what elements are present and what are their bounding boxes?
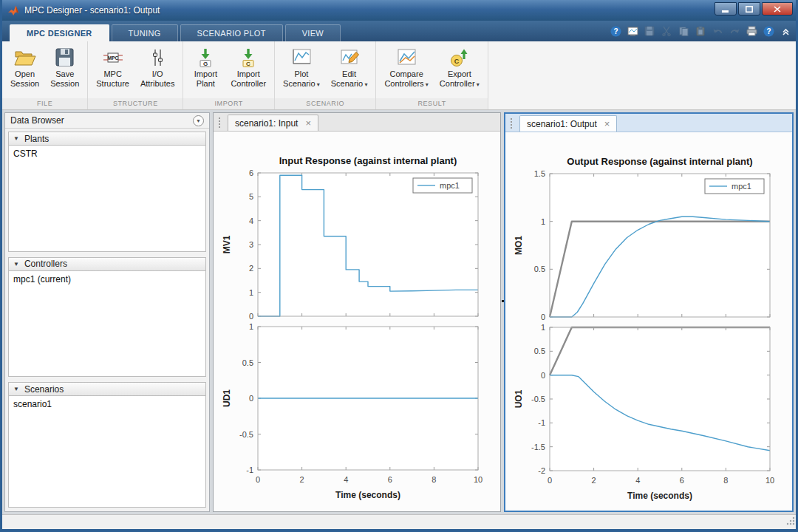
help-2-icon[interactable]: ? — [763, 25, 774, 37]
edit-scenario-icon — [338, 45, 361, 69]
close-icon[interactable]: × — [604, 119, 610, 129]
maximize-button[interactable] — [738, 2, 760, 16]
save-session-button[interactable]: SaveSession — [46, 44, 83, 98]
compare-controllers-button[interactable]: CompareControllers ▾ — [380, 44, 432, 98]
collapse-ribbon-icon[interactable] — [780, 25, 791, 37]
title-bar: MPC Designer - scenario1: Output — [2, 0, 796, 21]
import-plant-icon: G — [194, 45, 216, 69]
copy-icon[interactable] — [678, 25, 689, 37]
redo-icon[interactable] — [729, 25, 740, 37]
svg-text:Time (seconds): Time (seconds) — [335, 490, 400, 500]
import-controller-icon: C — [237, 45, 259, 69]
plot-scenario-icon — [290, 45, 313, 69]
export-controller-button[interactable]: CExportController ▾ — [435, 44, 484, 98]
ribbon-group-import: GImportPlantCImportControllerIMPORT — [183, 41, 275, 109]
svg-text:0: 0 — [548, 476, 552, 485]
svg-text:UD1: UD1 — [222, 389, 232, 407]
ribbon-tab-tuning[interactable]: TUNING — [112, 24, 178, 41]
section-header-plants[interactable]: ▼Plants — [8, 132, 206, 146]
dock-gripper[interactable] — [510, 117, 514, 129]
save-big-icon — [54, 45, 76, 69]
status-bar — [2, 514, 796, 529]
export-controller-icon: C — [449, 45, 471, 69]
svg-text:5: 5 — [249, 192, 253, 201]
list-item[interactable]: mpc1 (current) — [9, 273, 205, 286]
section-list-plants: CSTR — [8, 146, 206, 252]
data-browser-header: Data Browser ▼ — [5, 113, 209, 129]
svg-text:8: 8 — [432, 475, 436, 484]
section-header-scenarios[interactable]: ▼Scenarios — [8, 382, 206, 396]
svg-text:-0.5: -0.5 — [531, 395, 545, 403]
edit-scenario-button[interactable]: EditScenario ▾ — [327, 44, 372, 98]
panel-menu-icon[interactable]: ▼ — [193, 115, 204, 126]
ribbon-group-result: CompareControllers ▾CExportController ▾R… — [376, 41, 488, 109]
document-tab[interactable]: scenario1: Output× — [519, 115, 617, 132]
document-panel-input: scenario1: Input×Input Response (against… — [213, 112, 501, 512]
paste-icon[interactable] — [695, 25, 706, 37]
svg-text:1: 1 — [541, 323, 545, 332]
svg-text:1: 1 — [249, 322, 253, 331]
document-content: Input Response (against internal plant)0… — [214, 132, 500, 511]
document-area: scenario1: Input×Input Response (against… — [213, 112, 794, 512]
resize-grip[interactable] — [786, 515, 795, 528]
svg-text:-1: -1 — [538, 418, 545, 427]
ribbon-tab-strip: MPC DESIGNERTUNINGSCENARIO PLOTVIEW ?? — [2, 21, 796, 41]
list-item[interactable]: scenario1 — [9, 398, 205, 411]
list-item[interactable]: CSTR — [9, 147, 205, 160]
matlab-icon — [7, 4, 19, 16]
svg-text:0.5: 0.5 — [534, 265, 545, 273]
dropdown-arrow-icon: ▾ — [424, 81, 429, 88]
minimize-button[interactable] — [715, 2, 737, 16]
quick-access-toolbar: ?? — [610, 25, 791, 41]
svg-text:Input Response (against intern: Input Response (against internal plant) — [279, 155, 457, 166]
close-icon[interactable]: × — [305, 118, 311, 128]
ribbon-group-label: STRUCTURE — [88, 98, 183, 109]
mpc-structure-icon: MPC — [102, 45, 124, 69]
close-button[interactable] — [762, 2, 793, 16]
svg-text:3: 3 — [249, 240, 253, 249]
dropdown-arrow-icon: ▾ — [475, 81, 480, 88]
section-scenarios: ▼Scenariosscenario1 — [8, 382, 206, 508]
svg-text:UO1: UO1 — [514, 389, 524, 408]
collapse-triangle-icon: ▼ — [13, 261, 19, 267]
ribbon-tab-mpc-designer[interactable]: MPC DESIGNER — [10, 24, 109, 41]
open-session-button[interactable]: OpenSession — [6, 44, 44, 98]
help-icon[interactable]: ? — [610, 25, 621, 37]
svg-text:0: 0 — [249, 394, 253, 403]
svg-text:-0.5: -0.5 — [239, 430, 253, 439]
section-header-controllers[interactable]: ▼Controllers — [8, 257, 206, 271]
document-tab[interactable]: scenario1: Input× — [228, 115, 318, 131]
ribbon-tab-scenario-plot[interactable]: SCENARIO PLOT — [180, 24, 283, 41]
mpc-structure-button[interactable]: MPCMPCStructure — [92, 44, 134, 98]
folder-open-icon — [14, 45, 36, 69]
svg-text:0: 0 — [541, 313, 545, 321]
undo-icon[interactable] — [712, 25, 723, 37]
document-tab-bar: scenario1: Output× — [505, 114, 792, 132]
document-content: Output Response (against internal plant)… — [505, 132, 792, 511]
compare-controllers-icon — [395, 45, 417, 69]
io-attributes-icon — [146, 45, 168, 69]
section-controllers: ▼Controllersmpc1 (current) — [8, 257, 206, 383]
svg-text:1: 1 — [249, 288, 253, 297]
svg-text:-1: -1 — [246, 466, 253, 474]
plot-scenario-button[interactable]: PlotScenario ▾ — [279, 44, 324, 98]
svg-text:Time (seconds): Time (seconds) — [627, 491, 692, 501]
print-icon[interactable] — [746, 25, 757, 37]
snapshot-icon[interactable] — [627, 25, 638, 37]
dropdown-arrow-icon: ▾ — [363, 81, 367, 88]
cut-icon[interactable] — [661, 25, 672, 37]
input-response-chart: Input Response (against internal plant)0… — [216, 134, 497, 504]
svg-text:0.5: 0.5 — [534, 347, 545, 355]
save-icon[interactable] — [644, 25, 655, 37]
svg-text:G: G — [203, 61, 208, 67]
io-attributes-button[interactable]: I/OAttributes — [136, 44, 179, 98]
data-browser-panel: Data Browser ▼ ▼PlantsCSTR▼Controllersmp… — [4, 112, 210, 512]
svg-text:2: 2 — [592, 476, 596, 485]
import-plant-button[interactable]: GImportPlant — [187, 44, 224, 98]
collapse-triangle-icon: ▼ — [13, 135, 19, 142]
ribbon-tab-view[interactable]: VIEW — [285, 24, 341, 41]
panel-splitter[interactable] — [501, 112, 504, 512]
ribbon-group-label: RESULT — [376, 98, 487, 109]
dock-gripper[interactable] — [218, 117, 222, 128]
import-controller-button[interactable]: CImportController — [226, 44, 270, 98]
